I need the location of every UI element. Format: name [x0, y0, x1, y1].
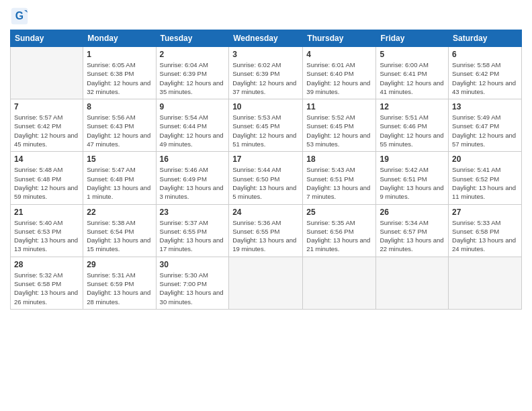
day-number: 9 — [160, 102, 226, 111]
header-row: SundayMondayTuesdayWednesdayThursdayFrid… — [11, 30, 522, 47]
calendar-table: SundayMondayTuesdayWednesdayThursdayFrid… — [10, 30, 522, 310]
day-number: 25 — [306, 208, 372, 217]
day-cell: 11Sunrise: 5:52 AMSunset: 6:45 PMDayligh… — [303, 99, 376, 152]
logo: G — [10, 7, 30, 26]
day-info: Sunrise: 5:51 AMSunset: 6:46 PMDaylight:… — [380, 113, 445, 148]
day-number: 15 — [87, 154, 152, 164]
day-cell — [449, 257, 522, 309]
day-info: Sunrise: 5:48 AMSunset: 6:48 PMDaylight:… — [14, 165, 79, 201]
week-row-5: 28Sunrise: 5:32 AMSunset: 6:58 PMDayligh… — [11, 257, 522, 309]
day-number: 4 — [306, 50, 372, 59]
day-info: Sunrise: 6:01 AMSunset: 6:40 PMDaylight:… — [306, 60, 372, 96]
day-number: 13 — [452, 102, 518, 111]
day-number: 18 — [306, 154, 372, 164]
day-cell: 19Sunrise: 5:42 AMSunset: 6:51 PMDayligh… — [376, 152, 449, 204]
day-cell: 4Sunrise: 6:01 AMSunset: 6:40 PMDaylight… — [303, 47, 376, 99]
day-cell: 8Sunrise: 5:56 AMSunset: 6:43 PMDaylight… — [83, 99, 156, 152]
day-info: Sunrise: 6:00 AMSunset: 6:41 PMDaylight:… — [380, 60, 445, 96]
day-cell: 3Sunrise: 6:02 AMSunset: 6:39 PMDaylight… — [229, 47, 303, 99]
day-cell: 23Sunrise: 5:37 AMSunset: 6:55 PMDayligh… — [156, 204, 229, 257]
day-info: Sunrise: 5:46 AMSunset: 6:49 PMDaylight:… — [160, 165, 226, 201]
day-cell: 30Sunrise: 5:30 AMSunset: 7:00 PMDayligh… — [156, 257, 229, 309]
day-info: Sunrise: 5:32 AMSunset: 6:58 PMDaylight:… — [14, 271, 79, 306]
day-info: Sunrise: 6:04 AMSunset: 6:39 PMDaylight:… — [160, 60, 226, 96]
day-info: Sunrise: 5:35 AMSunset: 6:56 PMDaylight:… — [306, 218, 372, 254]
column-header-saturday: Saturday — [449, 30, 522, 47]
day-cell: 25Sunrise: 5:35 AMSunset: 6:56 PMDayligh… — [303, 204, 376, 257]
day-info: Sunrise: 5:37 AMSunset: 6:55 PMDaylight:… — [160, 218, 226, 254]
day-number: 11 — [306, 102, 372, 111]
svg-text:G: G — [15, 10, 24, 21]
day-cell: 14Sunrise: 5:48 AMSunset: 6:48 PMDayligh… — [11, 152, 83, 204]
day-info: Sunrise: 5:34 AMSunset: 6:57 PMDaylight:… — [380, 218, 445, 254]
day-info: Sunrise: 5:47 AMSunset: 6:48 PMDaylight:… — [87, 165, 152, 201]
week-row-3: 14Sunrise: 5:48 AMSunset: 6:48 PMDayligh… — [11, 152, 522, 204]
day-number: 20 — [452, 154, 518, 164]
day-cell: 22Sunrise: 5:38 AMSunset: 6:54 PMDayligh… — [83, 204, 156, 257]
day-cell: 9Sunrise: 5:54 AMSunset: 6:44 PMDaylight… — [156, 99, 229, 152]
column-header-monday: Monday — [83, 30, 156, 47]
day-number: 24 — [232, 208, 299, 217]
day-cell — [229, 257, 303, 309]
day-info: Sunrise: 5:49 AMSunset: 6:47 PMDaylight:… — [452, 113, 518, 148]
day-number: 29 — [87, 260, 152, 269]
day-number: 3 — [232, 50, 299, 59]
column-header-thursday: Thursday — [303, 30, 376, 47]
day-info: Sunrise: 5:31 AMSunset: 6:59 PMDaylight:… — [87, 271, 152, 306]
day-number: 12 — [380, 102, 445, 111]
day-info: Sunrise: 5:40 AMSunset: 6:53 PMDaylight:… — [14, 218, 79, 254]
day-cell — [376, 257, 449, 309]
day-cell: 2Sunrise: 6:04 AMSunset: 6:39 PMDaylight… — [156, 47, 229, 99]
day-info: Sunrise: 5:36 AMSunset: 6:55 PMDaylight:… — [232, 218, 299, 254]
day-cell: 7Sunrise: 5:57 AMSunset: 6:42 PMDaylight… — [11, 99, 83, 152]
day-number: 26 — [380, 208, 445, 217]
day-number: 17 — [232, 154, 299, 164]
day-cell: 24Sunrise: 5:36 AMSunset: 6:55 PMDayligh… — [229, 204, 303, 257]
day-number: 21 — [14, 208, 79, 217]
day-cell: 5Sunrise: 6:00 AMSunset: 6:41 PMDaylight… — [376, 47, 449, 99]
day-number: 8 — [87, 102, 152, 111]
day-info: Sunrise: 5:58 AMSunset: 6:42 PMDaylight:… — [452, 60, 518, 96]
day-number: 5 — [380, 50, 445, 59]
day-number: 22 — [87, 208, 152, 217]
day-info: Sunrise: 5:44 AMSunset: 6:50 PMDaylight:… — [232, 165, 299, 201]
page-header: G — [10, 7, 522, 26]
day-number: 28 — [14, 260, 79, 269]
column-header-wednesday: Wednesday — [229, 30, 303, 47]
day-cell: 21Sunrise: 5:40 AMSunset: 6:53 PMDayligh… — [11, 204, 83, 257]
day-cell — [11, 47, 83, 99]
day-cell: 16Sunrise: 5:46 AMSunset: 6:49 PMDayligh… — [156, 152, 229, 204]
day-cell: 12Sunrise: 5:51 AMSunset: 6:46 PMDayligh… — [376, 99, 449, 152]
day-number: 14 — [14, 154, 79, 164]
day-info: Sunrise: 5:56 AMSunset: 6:43 PMDaylight:… — [87, 113, 152, 148]
day-info: Sunrise: 5:43 AMSunset: 6:51 PMDaylight:… — [306, 165, 372, 201]
day-info: Sunrise: 5:52 AMSunset: 6:45 PMDaylight:… — [306, 113, 372, 148]
week-row-2: 7Sunrise: 5:57 AMSunset: 6:42 PMDaylight… — [11, 99, 522, 152]
day-cell: 26Sunrise: 5:34 AMSunset: 6:57 PMDayligh… — [376, 204, 449, 257]
day-info: Sunrise: 5:33 AMSunset: 6:58 PMDaylight:… — [452, 218, 518, 254]
day-number: 2 — [160, 50, 226, 59]
column-header-sunday: Sunday — [11, 30, 83, 47]
day-cell: 17Sunrise: 5:44 AMSunset: 6:50 PMDayligh… — [229, 152, 303, 204]
day-info: Sunrise: 5:42 AMSunset: 6:51 PMDaylight:… — [380, 165, 445, 201]
day-info: Sunrise: 5:30 AMSunset: 7:00 PMDaylight:… — [160, 271, 226, 306]
day-number: 27 — [452, 208, 518, 217]
day-cell: 18Sunrise: 5:43 AMSunset: 6:51 PMDayligh… — [303, 152, 376, 204]
day-cell: 20Sunrise: 5:41 AMSunset: 6:52 PMDayligh… — [449, 152, 522, 204]
day-cell: 15Sunrise: 5:47 AMSunset: 6:48 PMDayligh… — [83, 152, 156, 204]
day-number: 6 — [452, 50, 518, 59]
logo-icon: G — [10, 7, 29, 26]
day-cell: 29Sunrise: 5:31 AMSunset: 6:59 PMDayligh… — [83, 257, 156, 309]
day-number: 19 — [380, 154, 445, 164]
day-info: Sunrise: 6:05 AMSunset: 6:38 PMDaylight:… — [87, 60, 152, 96]
day-info: Sunrise: 5:41 AMSunset: 6:52 PMDaylight:… — [452, 165, 518, 201]
day-cell: 27Sunrise: 5:33 AMSunset: 6:58 PMDayligh… — [449, 204, 522, 257]
column-header-friday: Friday — [376, 30, 449, 47]
day-cell: 6Sunrise: 5:58 AMSunset: 6:42 PMDaylight… — [449, 47, 522, 99]
day-info: Sunrise: 6:02 AMSunset: 6:39 PMDaylight:… — [232, 60, 299, 96]
day-cell: 1Sunrise: 6:05 AMSunset: 6:38 PMDaylight… — [83, 47, 156, 99]
day-number: 30 — [160, 260, 226, 269]
day-info: Sunrise: 5:38 AMSunset: 6:54 PMDaylight:… — [87, 218, 152, 254]
day-cell: 10Sunrise: 5:53 AMSunset: 6:45 PMDayligh… — [229, 99, 303, 152]
day-number: 10 — [232, 102, 299, 111]
